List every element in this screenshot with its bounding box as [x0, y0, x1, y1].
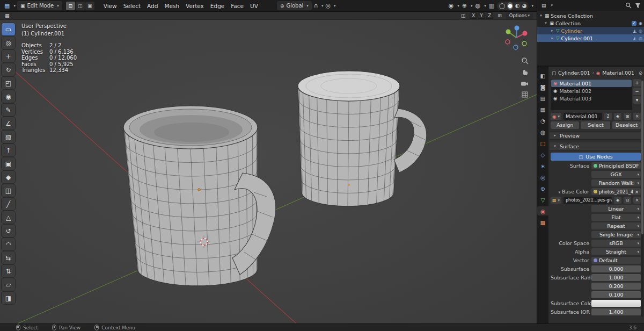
proportional-dropdown-icon[interactable]: ▾	[334, 4, 336, 8]
fake-user-icon[interactable]: ◈	[614, 113, 621, 120]
pivot-point-icon[interactable]: ◉	[448, 2, 455, 9]
select-button[interactable]: Select	[581, 121, 610, 129]
unlink-icon[interactable]: ×	[633, 197, 641, 204]
users-count-button[interactable]: 2	[604, 113, 612, 120]
viewport-3d[interactable]: ▦ ◫ X Y Z ⊞ Options ▾ ▭◎+↻◰◉✎∠▧↑▣◆◫╱△↺◠⇆…	[0, 12, 537, 323]
outliner-editor-icon[interactable]: ▤	[540, 3, 547, 8]
unlink-icon[interactable]: ×	[635, 189, 639, 195]
options-dropdown[interactable]: Options ▾	[506, 12, 533, 19]
tool-spin[interactable]: ↺	[2, 225, 15, 237]
browse-material-button[interactable]: ◉▾	[551, 113, 561, 120]
tab-material[interactable]: ◉	[537, 206, 548, 215]
tool-cursor[interactable]: ◎	[2, 37, 15, 49]
exclude-checkbox[interactable]: ✓	[632, 21, 636, 26]
tool-transform[interactable]: ◉	[2, 90, 15, 103]
mug-right[interactable]	[298, 71, 427, 206]
orientation-dropdown[interactable]: ⊕ Global ▾	[277, 1, 312, 10]
menu-face[interactable]: Face	[228, 2, 247, 10]
menu-add[interactable]: Add	[144, 2, 161, 10]
tool-add-cube[interactable]: ▧	[2, 131, 15, 143]
tab-world[interactable]: ◍	[537, 127, 548, 136]
outliner-scene-collection[interactable]: ▾ ▦ Scene Collection	[537, 12, 644, 19]
orthographic-grid-icon[interactable]	[521, 91, 529, 98]
assign-button[interactable]: Assign	[551, 121, 579, 129]
viewport-scene[interactable]	[0, 12, 537, 323]
color-space-dropdown[interactable]: sRGB ▾	[591, 240, 641, 247]
tool-select-box[interactable]: ▭	[2, 23, 15, 35]
use-nodes-button[interactable]: ◫ Use Nodes	[551, 153, 641, 161]
editor-type-caret-icon[interactable]: ▾	[551, 3, 553, 8]
source-dropdown[interactable]: Single Image ▾	[591, 231, 641, 238]
editor-type-caret-icon[interactable]: ▾	[13, 4, 16, 8]
tool-extrude-region[interactable]: ↑	[2, 144, 15, 156]
tab-output[interactable]: ▤	[537, 93, 548, 103]
tool-rotate[interactable]: ↻	[2, 63, 15, 76]
tool-shear[interactable]: ▱	[2, 278, 15, 291]
shading-material-icon[interactable]: ◐	[515, 2, 520, 10]
tool-move[interactable]: +	[2, 50, 15, 62]
tab-physics[interactable]: ◎	[537, 172, 548, 182]
tool-edge-slide[interactable]: ⇆	[2, 251, 15, 264]
disclosure-icon[interactable]: ▸	[550, 28, 554, 33]
mug-left[interactable]	[123, 106, 276, 286]
shading-solid-icon[interactable]: ●	[507, 2, 513, 10]
menu-uv[interactable]: UV	[247, 2, 261, 10]
mirror-z-toggle[interactable]: Z	[486, 12, 493, 19]
fake-user-icon[interactable]: ◈	[614, 197, 621, 204]
mode-dropdown[interactable]: ▣ Edit Mode ▾	[17, 1, 62, 10]
tool-loop-cut[interactable]: ◫	[2, 184, 15, 197]
pin-icon[interactable]: ⊙	[639, 70, 642, 76]
tab-texture[interactable]: ▩	[537, 218, 548, 227]
menu-vertex[interactable]: Vertex	[182, 2, 207, 10]
subsurface-ior-slider[interactable]: 1.400	[591, 308, 641, 315]
tab-particles[interactable]: ∗	[537, 161, 548, 170]
tab-render[interactable]: ◙	[537, 82, 548, 91]
browse-image-button[interactable]: ▩▾	[551, 197, 561, 204]
shading-wireframe-icon[interactable]: ◯	[499, 2, 505, 10]
radius-y-field[interactable]: 0.200	[591, 283, 641, 290]
editor-type-icon[interactable]: ▦	[3, 2, 11, 9]
subsurface-value-slider[interactable]: 0.000	[591, 265, 641, 272]
add-slot-button[interactable]: +	[633, 79, 641, 87]
radius-z-field[interactable]: 0.100	[591, 291, 641, 298]
tool-scale[interactable]: ◰	[2, 77, 15, 89]
outliner-collection[interactable]: ▾ ▣ Collection ✓ ◉	[537, 19, 644, 27]
tool-bevel[interactable]: ◆	[2, 171, 15, 183]
unlink-icon[interactable]: ×	[633, 113, 641, 120]
tool-poly-build[interactable]: △	[2, 211, 15, 224]
xray-toggle-icon[interactable]: ▥	[488, 2, 495, 9]
show-overlays-icon[interactable]: ◍	[474, 2, 482, 9]
overlays-dropdown-icon[interactable]: ▾	[484, 4, 486, 8]
outliner-item-cylinder-001[interactable]: ▸ ▽ Cylinder.001 ◭ ◎	[537, 34, 644, 42]
menu-edge[interactable]: Edge	[207, 2, 228, 10]
snap-dropdown-icon[interactable]: ▾	[321, 4, 324, 8]
shading-rendered-icon[interactable]: ◕	[522, 2, 527, 10]
search-icon[interactable]	[625, 2, 632, 9]
new-material-icon[interactable]: ⊞	[624, 113, 631, 120]
menu-select[interactable]: Select	[120, 2, 144, 10]
snap-base-icon[interactable]: ⊞	[496, 13, 503, 18]
outliner-item-cylinder[interactable]: ▸ ▽ Cylinder ◭ ◎	[537, 27, 644, 34]
mirror-x-toggle[interactable]: X	[470, 12, 477, 19]
preview-panel-header[interactable]: ▸ Preview	[550, 131, 642, 140]
tool-inset-faces[interactable]: ▣	[2, 157, 15, 170]
tool-smooth[interactable]: ◠	[2, 238, 15, 250]
snap-magnet-icon[interactable]: ∩	[313, 2, 319, 9]
surface-shader-field[interactable]: Principled BSDF	[591, 162, 641, 169]
extension-dropdown[interactable]: Repeat ▾	[591, 222, 641, 229]
hide-eye-icon[interactable]: ◎	[639, 36, 642, 41]
surface-panel-header[interactable]: ▾ Surface	[550, 142, 642, 150]
proportional-editing-icon[interactable]: ◎	[324, 2, 332, 9]
active-tool-icon[interactable]: ▦	[4, 13, 11, 18]
subsurface-color-swatch[interactable]	[591, 300, 641, 307]
edge-select-mode-icon[interactable]: ◫	[76, 2, 85, 10]
pivot-dropdown-icon[interactable]: ▾	[457, 4, 459, 8]
material-slot[interactable]: ◉ Material.001	[551, 80, 632, 87]
gizmos-dropdown-icon[interactable]: ▾	[471, 4, 473, 8]
tab-scene[interactable]: ◔	[537, 116, 548, 125]
tab-object-data[interactable]: ▽	[537, 195, 548, 204]
tool-shrink-fatten[interactable]: ⇅	[2, 265, 15, 277]
breadcrumb-material[interactable]: Material.001	[602, 70, 634, 76]
mirror-y-toggle[interactable]: Y	[478, 12, 485, 19]
deselect-button[interactable]: Deselect	[612, 121, 641, 129]
